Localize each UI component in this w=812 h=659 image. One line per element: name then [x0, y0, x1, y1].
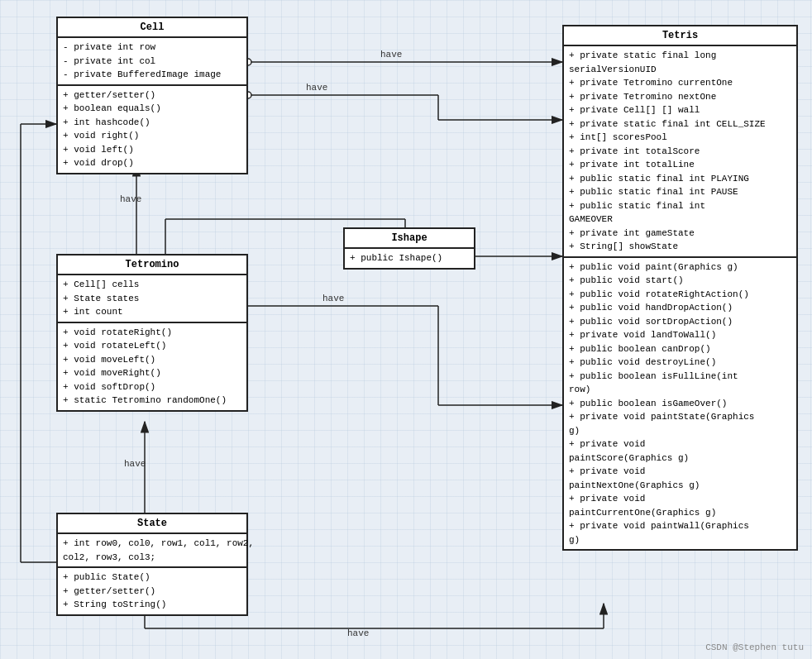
tetris-method-12: + private void paintState(Graphics [569, 410, 791, 424]
state-attr-1: + int row0, col0, row1, col1, row2, [63, 537, 241, 551]
tetris-attr-10: + public static final int PLAYING [569, 172, 791, 186]
ishape-class-box: Ishape + public Ishape() [343, 227, 475, 270]
tetris-attr-13: GAMEOVER [569, 213, 791, 227]
tetris-method-19: paintCurrentOne(Graphics g) [569, 506, 791, 520]
tetris-method-17: paintNextOne(Graphics g) [569, 479, 791, 493]
tetromino-methods: + void rotateRight() + void rotateLeft()… [58, 323, 246, 410]
cell-methods: + getter/setter() + boolean equals() + i… [58, 86, 246, 173]
tetris-method-21: g) [569, 533, 791, 547]
tetris-method-2: + public void start() [569, 274, 791, 288]
ishape-title: Ishape [345, 229, 474, 249]
tetris-attr-1: + private static final long [569, 49, 791, 63]
state-attributes: + int row0, col0, row1, col1, row2, col2… [58, 534, 246, 568]
tetris-class-box: Tetris + private static final long seria… [562, 25, 798, 551]
tetris-method-1: + public void paint(Graphics g) [569, 260, 791, 275]
cell-method-6: + void drop() [63, 156, 241, 170]
cell-method-2: + boolean equals() [63, 102, 241, 116]
tetris-attr-7: + int[] scoresPool [569, 131, 791, 145]
tetris-attr-5: + private Cell[] [] wall [569, 103, 791, 117]
tetris-attr-12: + public static final int [569, 199, 791, 213]
tetris-method-11: + public boolean isGameOver() [569, 397, 791, 411]
have-label-3: have [120, 194, 141, 204]
tetromino-attr-2: + State states [63, 292, 241, 306]
tetris-method-6: + private void landToWall() [569, 328, 791, 342]
watermark: CSDN @Stephen tutu [705, 642, 804, 652]
have-label-4: have [124, 459, 146, 469]
cell-method-5: + void left() [63, 143, 241, 157]
tetris-method-15: paintScore(Graphics g) [569, 451, 791, 466]
have-label-5: have [322, 294, 344, 303]
tetromino-method-1: + void rotateRight() [63, 326, 241, 340]
tetromino-class-box: Tetromino + Cell[] cells + State states … [56, 254, 248, 412]
have-label-6: have [347, 628, 369, 638]
tetris-title: Tetris [564, 26, 796, 46]
state-attr-2: col2, row3, col3; [63, 551, 241, 565]
tetris-method-5: + public void sortDropAction() [569, 315, 791, 329]
state-method-3: + String toString() [63, 598, 241, 612]
tetris-attr-6: + private static final int CELL_SIZE [569, 117, 791, 131]
tetris-methods: + public void paint(Graphics g) + public… [564, 258, 796, 550]
tetris-attr-15: + String[] showState [569, 240, 791, 254]
tetris-method-9: + public boolean isFullLine(int [569, 370, 791, 384]
tetris-attr-11: + public static final int PAUSE [569, 185, 791, 199]
cell-attr-1: - private int row [63, 41, 241, 55]
tetris-method-10: row) [569, 383, 791, 397]
cell-method-3: + int hashcode() [63, 116, 241, 130]
cell-title: Cell [58, 18, 246, 38]
tetromino-attributes: + Cell[] cells + State states + int coun… [58, 275, 246, 323]
tetris-attr-9: + private int totalLine [569, 158, 791, 172]
tetromino-method-4: + void moveRight() [63, 366, 241, 380]
have-label-1: have [380, 50, 402, 60]
tetris-attr-4: + private Tetromino nextOne [569, 90, 791, 104]
cell-class-box: Cell - private int row - private int col… [56, 17, 248, 174]
tetris-method-20: + private void paintWall(Graphics [569, 519, 791, 533]
tetromino-method-5: + void softDrop() [63, 380, 241, 394]
tetris-method-4: + public void handDropAction() [569, 301, 791, 315]
tetris-method-8: + public void destroyLine() [569, 356, 791, 370]
state-methods: + public State() + getter/setter() + Str… [58, 568, 246, 614]
tetris-method-14: + private void [569, 437, 791, 451]
cell-method-1: + getter/setter() [63, 88, 241, 103]
tetris-method-16: + private void [569, 465, 791, 479]
cell-attributes: - private int row - private int col - pr… [58, 38, 246, 86]
tetris-attr-8: + private int totalScore [569, 145, 791, 159]
ishape-methods: + public Ishape() [345, 249, 474, 268]
tetromino-method-6: + static Tetromino randomOne() [63, 394, 241, 408]
tetris-attr-14: + private int gameState [569, 227, 791, 241]
tetromino-attr-1: + Cell[] cells [63, 278, 241, 292]
have-label-2: have [306, 83, 327, 93]
cell-method-4: + void right() [63, 129, 241, 143]
cell-attr-3: - private BufferedImage image [63, 68, 241, 82]
state-class-box: State + int row0, col0, row1, col1, row2… [56, 513, 248, 616]
tetromino-method-2: + void rotateLeft() [63, 339, 241, 353]
cell-attr-2: - private int col [63, 55, 241, 69]
state-method-1: + public State() [63, 571, 241, 585]
tetromino-method-3: + void moveLeft() [63, 353, 241, 367]
state-title: State [58, 514, 246, 534]
tetromino-attr-3: + int count [63, 305, 241, 319]
tetris-attributes: + private static final long serialVersio… [564, 46, 796, 258]
state-method-2: + getter/setter() [63, 585, 241, 599]
tetris-method-7: + public boolean canDrop() [569, 342, 791, 356]
tetris-method-13: g) [569, 424, 791, 438]
ishape-method-1: + public Ishape() [350, 251, 469, 265]
tetris-method-3: + public void rotateRightAction() [569, 288, 791, 302]
tetromino-title: Tetromino [58, 255, 246, 275]
tetris-attr-2: serialVersionUID [569, 63, 791, 77]
tetris-method-18: + private void [569, 492, 791, 506]
tetris-attr-3: + private Tetromino currentOne [569, 76, 791, 90]
diagram-canvas: have have have have have have Cell - pri… [0, 0, 812, 659]
